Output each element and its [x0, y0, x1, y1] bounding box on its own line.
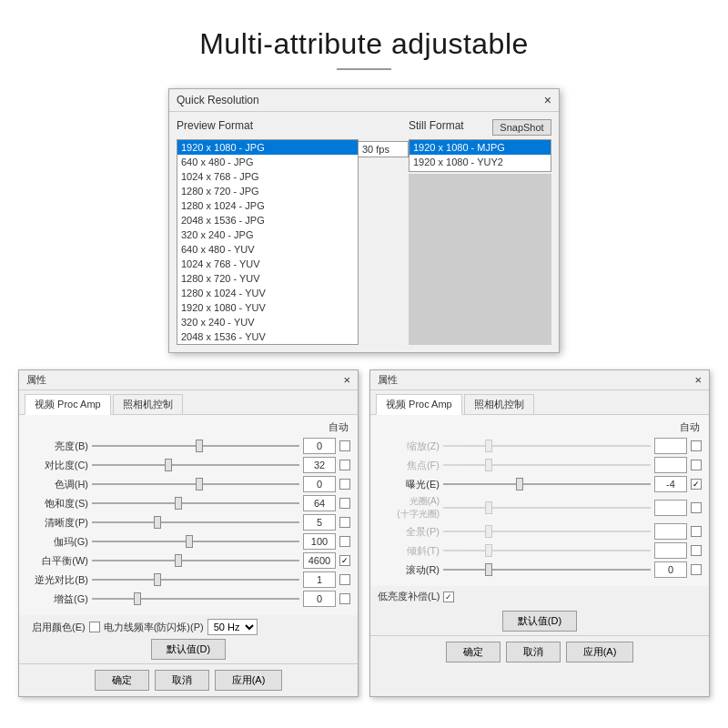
still-list-item[interactable]: 1920 x 1080 - YUY2	[410, 155, 551, 169]
low-brightness-checkbox[interactable]	[443, 592, 454, 602]
prop-value-backlight: 1	[303, 571, 336, 588]
qr-header-snapshot[interactable]: SnapShot	[492, 119, 551, 136]
prop-apply-left[interactable]: 应用(A)	[215, 670, 283, 691]
prop-slider-whitebalance[interactable]	[92, 560, 299, 561]
prop-checkbox-exposure[interactable]	[691, 479, 702, 490]
prop-row-saturation: 饱和度(S) 64	[26, 495, 350, 511]
prop-checkbox-pan[interactable]	[691, 526, 702, 537]
prop-value-zoom	[654, 438, 687, 454]
prop-close-right[interactable]: ×	[694, 373, 702, 387]
preview-list-item[interactable]: 1920 x 1080 - JPG	[177, 140, 358, 155]
prop-value-hue: 0	[303, 476, 336, 492]
prop-checkbox-sharpness[interactable]	[339, 517, 350, 528]
prop-default-btn-left[interactable]: 默认值(D)	[151, 639, 226, 660]
preview-list-item[interactable]: 1280 x 720 - YUV	[177, 271, 358, 286]
qr-preview-list[interactable]: 1920 x 1080 - JPG640 x 480 - JPG1024 x 7…	[177, 139, 359, 345]
prop-label-saturation: 饱和度(S)	[26, 497, 88, 511]
prop-slider-saturation[interactable]	[92, 502, 299, 504]
prop-label-contrast: 对比度(C)	[26, 459, 88, 472]
prop-ok-right[interactable]: 确定	[446, 642, 500, 662]
prop-tab-camera-control-right[interactable]: 照相机控制	[464, 394, 534, 414]
prop-close-left[interactable]: ×	[343, 373, 350, 387]
prop-row-backlight: 逆光对比(B) 1	[26, 571, 350, 588]
prop-tab-video-procamp-right[interactable]: 视频 Proc Amp	[376, 394, 462, 415]
prop-tab-video-procamp-left[interactable]: 视频 Proc Amp	[25, 394, 111, 415]
prop-window-right: 属性 × 视频 Proc Amp 照相机控制 自动 缩放(Z) 焦点(F)	[369, 369, 710, 697]
preview-list-item[interactable]: 2048 x 1536 - YUV	[177, 329, 358, 344]
prop-slider-gamma[interactable]	[92, 541, 299, 542]
prop-ok-left[interactable]: 确定	[95, 670, 149, 691]
prop-row-contrast: 对比度(C) 32	[26, 457, 350, 473]
prop-row-exposure: 曝光(E) -4	[378, 476, 702, 492]
preview-list-item[interactable]: 1024 x 768 - JPG	[177, 169, 358, 184]
qr-right-empty	[409, 174, 551, 345]
prop-buttons-right: 确定 取消 应用(A)	[370, 635, 709, 668]
prop-checkbox-roll[interactable]	[691, 564, 702, 575]
qr-close-button[interactable]: ×	[544, 93, 551, 107]
prop-checkbox-gamma[interactable]	[339, 536, 350, 547]
prop-slider-exposure[interactable]	[443, 483, 651, 485]
preview-list-item[interactable]: 640 x 480 - JPG	[177, 155, 358, 169]
prop-cancel-right[interactable]: 取消	[506, 642, 561, 662]
prop-label-tilt: 倾斜(T)	[378, 544, 440, 558]
prop-checkbox-contrast[interactable]	[339, 460, 350, 470]
prop-slider-focus	[443, 464, 651, 466]
prop-checkbox-tilt[interactable]	[691, 545, 702, 556]
prop-checkbox-focus[interactable]	[691, 460, 702, 470]
prop-slider-backlight[interactable]	[92, 579, 299, 581]
prop-slider-zoom	[443, 445, 651, 447]
prop-titlebar-left: 属性 ×	[19, 370, 358, 390]
prop-cancel-left[interactable]: 取消	[155, 670, 209, 691]
preview-list-item[interactable]: 1920 x 1080 - YUV	[177, 300, 358, 315]
qr-header-fps	[359, 119, 409, 136]
prop-checkbox-gain[interactable]	[339, 593, 350, 604]
prop-checkbox-saturation[interactable]	[339, 498, 350, 509]
prop-checkbox-backlight[interactable]	[339, 574, 350, 585]
prop-value-tilt	[654, 542, 687, 559]
prop-slider-hue[interactable]	[92, 483, 299, 485]
prop-titlebar-right: 属性 ×	[370, 370, 709, 390]
preview-list-item[interactable]: 320 x 240 - JPG	[177, 228, 358, 242]
prop-label-focus: 焦点(F)	[378, 459, 440, 472]
qr-body: Preview Format Still Format SnapShot 192…	[169, 112, 559, 352]
prop-label-pan: 全景(P)	[378, 525, 440, 539]
prop-value-gamma: 100	[303, 533, 336, 550]
prop-slider-roll[interactable]	[443, 569, 651, 571]
prop-value-sharpness: 5	[303, 514, 336, 531]
prop-checkbox-aperture[interactable]	[691, 502, 702, 513]
qr-still-list[interactable]: 1920 x 1080 - MJPG1920 x 1080 - YUY2	[409, 139, 551, 172]
prop-apply-right[interactable]: 应用(A)	[566, 642, 634, 662]
prop-checkbox-brightness[interactable]	[339, 440, 350, 451]
prop-checkbox-hue[interactable]	[339, 479, 350, 490]
prop-row-zoom: 缩放(Z)	[378, 438, 702, 454]
qr-fps-col: 30 fps	[359, 139, 409, 345]
still-list-item[interactable]: 1920 x 1080 - MJPG	[410, 140, 551, 155]
preview-list-item[interactable]: 2048 x 1536 - JPG	[177, 213, 358, 228]
prop-slider-brightness[interactable]	[92, 445, 299, 447]
qr-title: Quick Resolution	[177, 94, 259, 106]
prop-enable-color-checkbox[interactable]	[89, 622, 100, 632]
prop-default-btn-right[interactable]: 默认值(D)	[502, 611, 577, 632]
prop-powerline-select[interactable]: 50 Hz 60 Hz	[207, 619, 258, 635]
prop-slider-contrast[interactable]	[92, 464, 299, 466]
preview-list-item[interactable]: 1280 x 720 - JPG	[177, 184, 358, 198]
prop-value-brightness: 0	[303, 438, 336, 454]
qr-columns: 1920 x 1080 - JPG640 x 480 - JPG1024 x 7…	[177, 139, 551, 345]
quick-resolution-window: Quick Resolution × Preview Format Still …	[168, 88, 560, 353]
prop-auto-label-right: 自动	[378, 420, 702, 434]
preview-list-item[interactable]: 1280 x 1024 - YUV	[177, 286, 358, 300]
preview-list-item[interactable]: 1280 x 1024 - JPG	[177, 198, 358, 213]
prop-row-gamma: 伽玛(G) 100	[26, 533, 350, 550]
prop-checkbox-zoom[interactable]	[691, 440, 702, 451]
prop-slider-sharpness[interactable]	[92, 521, 299, 523]
prop-value-gain: 0	[303, 591, 336, 607]
prop-label-gamma: 伽玛(G)	[26, 535, 88, 549]
preview-list-item[interactable]: 640 x 480 - YUV	[177, 242, 358, 257]
preview-list-item[interactable]: 320 x 240 - YUV	[177, 315, 358, 329]
prop-powerline-label: 电力线频率(防闪烁)(P)	[104, 621, 204, 634]
prop-checkbox-whitebalance[interactable]	[339, 555, 350, 566]
prop-label-gain: 增益(G)	[26, 592, 88, 606]
prop-slider-gain[interactable]	[92, 598, 299, 600]
prop-tab-camera-control-left[interactable]: 照相机控制	[113, 394, 183, 414]
preview-list-item[interactable]: 1024 x 768 - YUV	[177, 257, 358, 271]
